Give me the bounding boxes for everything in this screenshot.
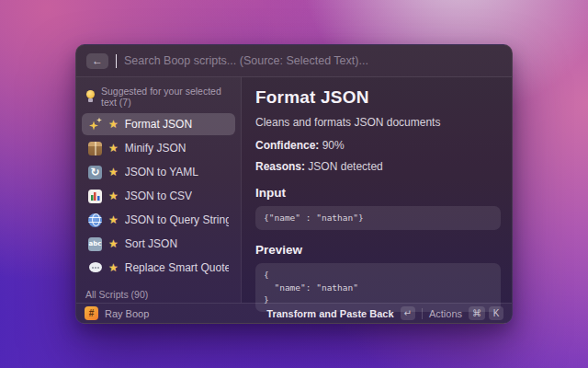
script-label: JSON to CSV: [125, 190, 192, 202]
script-list-item[interactable]: ★ JSON to YAML: [82, 161, 235, 183]
script-list-item[interactable]: ★ JSON to Query String: [82, 209, 235, 231]
search-input[interactable]: Search Boop scripts... (Source: Selected…: [124, 54, 368, 67]
favorite-star-icon: ★: [108, 143, 119, 154]
all-scripts-section-header: All Scripts (90): [82, 281, 235, 303]
favorite-star-icon: ★: [108, 167, 119, 178]
script-list-item[interactable]: ★ JSON to CSV: [82, 185, 235, 207]
search-bar: ← Search Boop scripts... (Source: Select…: [76, 45, 512, 77]
footer-actions: Transform and Paste Back ↵ Actions ⌘K: [266, 306, 503, 320]
suggested-header-label: Suggested for your selected text (7): [101, 86, 232, 108]
return-key-icon: ↵: [401, 306, 415, 320]
key-badge: K: [489, 306, 503, 320]
script-label: JSON to Query String: [125, 213, 229, 226]
detail-description: Cleans and formats JSON documents: [255, 116, 501, 129]
text-cursor: [116, 54, 117, 68]
reasons-line: Reasons: JSON detected: [255, 160, 501, 173]
bar-chart-icon: [88, 190, 102, 203]
back-button[interactable]: ←: [86, 53, 108, 69]
all-scripts-header-label: All Scripts (90): [85, 289, 148, 300]
globe-icon: [88, 213, 102, 227]
favorite-star-icon: ★: [108, 214, 119, 225]
confidence-label: Confidence:: [255, 139, 319, 152]
lightbulb-icon: [85, 90, 96, 103]
script-label: Sort JSON: [125, 237, 177, 250]
confidence-line: Confidence: 90%: [255, 139, 501, 152]
key-badge: ⌘: [469, 306, 485, 320]
app-name-label: Ray Boop: [105, 308, 149, 319]
sparkles-icon: [88, 118, 102, 132]
footer-divider: [422, 308, 423, 319]
suggested-list: ★ Format JSON ★ Minify JSON ★ JSON to YA…: [82, 113, 235, 279]
boop-launcher-window: ← Search Boop scripts... (Source: Select…: [75, 44, 513, 324]
script-list-item[interactable]: ★ Sort JSON: [82, 233, 235, 255]
detail-panel: Format JSON Cleans and formats JSON docu…: [242, 77, 512, 303]
favorite-star-icon: ★: [108, 238, 119, 249]
detail-title: Format JSON: [255, 87, 501, 108]
reasons-label: Reasons:: [255, 160, 305, 173]
primary-action-button[interactable]: Transform and Paste Back: [266, 308, 393, 319]
speech-bubble-icon: [88, 261, 102, 275]
script-label: Format JSON: [125, 118, 192, 131]
ray-boop-app-icon: #: [85, 306, 98, 320]
favorite-star-icon: ★: [108, 119, 119, 130]
confidence-value: 90%: [319, 139, 344, 152]
favorite-star-icon: ★: [108, 262, 119, 273]
script-list-item[interactable]: ★ Replace Smart Quotes: [82, 257, 235, 279]
action-bar: # Ray Boop Transform and Paste Back ↵ Ac…: [76, 303, 512, 323]
favorite-star-icon: ★: [108, 190, 119, 201]
arrows-cycle-icon: [88, 166, 102, 179]
script-list-item[interactable]: ★ Minify JSON: [82, 137, 235, 159]
input-code-block: {"name" : "nathan"}: [255, 206, 501, 230]
reasons-value: JSON detected: [305, 160, 383, 173]
preview-section-header: Preview: [255, 243, 501, 257]
main-area: Suggested for your selected text (7) ★ F…: [76, 77, 512, 303]
script-list-item[interactable]: ★ Format JSON: [82, 113, 235, 135]
suggested-section-header: Suggested for your selected text (7): [82, 81, 235, 113]
footer-app-info: # Ray Boop: [85, 306, 149, 320]
input-section-header: Input: [255, 186, 501, 200]
scripts-sidebar: Suggested for your selected text (7) ★ F…: [76, 77, 242, 303]
script-label: Minify JSON: [125, 142, 187, 155]
script-label: JSON to YAML: [125, 166, 198, 178]
abc-icon: [88, 237, 102, 251]
script-label: Replace Smart Quotes: [125, 261, 229, 274]
actions-keys: ⌘K: [469, 306, 503, 320]
package-icon: [88, 142, 102, 155]
actions-menu-button[interactable]: Actions: [429, 308, 462, 319]
